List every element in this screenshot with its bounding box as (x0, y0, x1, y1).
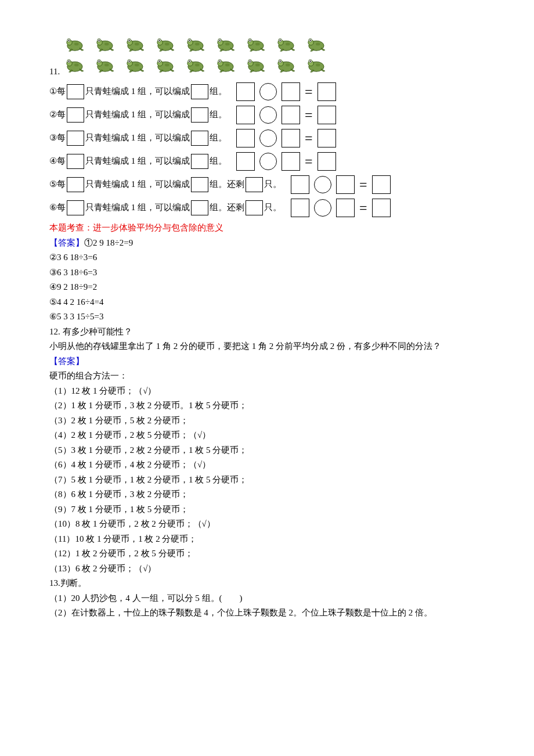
q11-answer-line-first: 【答案】①2 9 18÷2=9 (49, 236, 485, 251)
answer-label: 【答案】 (49, 238, 84, 247)
line-index: ⑤ (49, 177, 57, 192)
frog-icon (214, 56, 236, 73)
equation-circle[interactable] (259, 106, 277, 124)
equation-box[interactable] (291, 199, 309, 217)
equation-box[interactable] (282, 82, 300, 101)
text: 只青蛙编成 1 组，可以编成 (85, 200, 190, 215)
blank-box[interactable] (191, 200, 208, 215)
blank-box[interactable] (67, 107, 84, 123)
text: 每 (57, 177, 66, 192)
frog-icon (214, 35, 236, 52)
equation-box[interactable] (336, 199, 355, 217)
equation-box[interactable] (236, 82, 255, 101)
equation-box[interactable] (317, 106, 336, 124)
equation-box[interactable] (372, 199, 391, 217)
equation-box[interactable] (282, 152, 300, 171)
equation-box[interactable] (317, 129, 336, 147)
equals-sign: = (305, 85, 313, 99)
q11-fill-line: ④ 每 只青蛙编成 1 组，可以编成 组。 = (49, 151, 485, 172)
frog-icon (93, 56, 116, 73)
q12-item: （5）3 枚 1 分硬币，2 枚 2 分硬币，1 枚 5 分硬币； (49, 443, 485, 458)
blank-box[interactable] (191, 154, 208, 169)
blank-box[interactable] (67, 177, 84, 192)
equals-sign: = (305, 108, 313, 122)
q12-lead: 硬币的组合方法一： (49, 369, 485, 384)
q12-item: （4）2 枚 1 分硬币，2 枚 5 分硬币；（√） (49, 428, 485, 443)
equals-sign: = (359, 201, 367, 215)
answer-label: 【答案】 (49, 354, 485, 369)
equation-box[interactable] (317, 152, 336, 171)
blank-box[interactable] (191, 84, 208, 99)
text: 只青蛙编成 1 组，可以编成 (85, 84, 190, 99)
text: 只青蛙编成 1 组，可以编成 (85, 154, 190, 169)
text: 组。 (210, 107, 227, 123)
q12-body: 小明从他的存钱罐里拿出了 1 角 2 分的硬币，要把这 1 角 2 分前平均分成… (49, 339, 485, 354)
blank-box[interactable] (67, 84, 84, 99)
blank-box[interactable] (67, 131, 84, 146)
q12-item: （9）7 枚 1 分硬币，1 枚 5 分硬币； (49, 502, 485, 517)
equation-box[interactable] (372, 175, 391, 194)
line-index: ③ (49, 131, 57, 146)
blank-box[interactable] (191, 131, 208, 146)
equation-circle[interactable] (259, 83, 277, 100)
blank-box[interactable] (191, 107, 208, 123)
frog-grid (63, 35, 327, 77)
equation-box[interactable] (236, 106, 255, 124)
q13-number: 13. (49, 578, 60, 588)
equation-box[interactable] (336, 175, 355, 194)
q13-title-text: 判断。 (60, 578, 86, 588)
blank-box[interactable] (246, 177, 263, 192)
q13-title: 13.判断。 (49, 576, 485, 591)
q11-fill-line: ② 每 只青蛙编成 1 组，可以编成 组。 = (49, 105, 485, 125)
text: 只。 (264, 200, 282, 215)
frog-icon (124, 35, 146, 52)
text: 只青蛙编成 1 组，可以编成 (85, 131, 190, 146)
equation-circle[interactable] (314, 176, 331, 193)
equation-box[interactable] (236, 152, 255, 171)
q12-number: 12. (49, 327, 63, 336)
equation-box[interactable] (236, 129, 255, 147)
equation-box[interactable] (282, 106, 300, 124)
blank-box[interactable] (246, 200, 263, 215)
equation-box[interactable] (291, 175, 309, 194)
line-index: ① (49, 84, 57, 99)
q11-answer-line: ③6 3 18÷6=3 (49, 265, 485, 280)
text: 组。 (210, 131, 227, 146)
q12-title-text: 有多少种可能性？ (63, 327, 132, 336)
frog-icon (124, 56, 146, 73)
line-index: ④ (49, 154, 57, 169)
frog-icon (154, 56, 176, 73)
text: 每 (57, 200, 66, 215)
line-index: ⑥ (49, 200, 57, 215)
q12-item: （7）5 枚 1 分硬币，1 枚 2 分硬币，1 枚 5 分硬币； (49, 473, 485, 488)
frog-icon (244, 35, 266, 52)
equation-box[interactable] (317, 82, 336, 101)
frog-icon (305, 56, 327, 73)
blank-box[interactable] (67, 154, 84, 169)
equation-circle[interactable] (259, 129, 277, 147)
frog-icon (244, 56, 266, 73)
text: 每 (57, 107, 66, 123)
q12-item: （8）6 枚 1 分硬币，3 枚 2 分硬币； (49, 487, 485, 502)
frog-icon (93, 35, 116, 52)
blank-box[interactable] (191, 177, 208, 192)
equation-box[interactable] (282, 129, 300, 147)
frog-icon (63, 35, 85, 52)
frog-icon (305, 35, 327, 52)
equation-circle[interactable] (314, 199, 331, 217)
equals-sign: = (305, 154, 313, 168)
text: 组。还剩 (210, 177, 244, 192)
q12-item: （3）2 枚 1 分硬币，5 枚 2 分硬币； (49, 413, 485, 429)
blank-box[interactable] (67, 200, 84, 215)
q13-item: （2）在计数器上，十位上的珠子颗数是 4，个位上珠子颗数是 2。个位上珠子颗数是… (49, 606, 485, 621)
frog-icon (154, 35, 176, 52)
q11-answer-line: ④9 2 18÷9=2 (49, 280, 485, 295)
q12-item: （12）1 枚 2 分硬币，2 枚 5 分硬币； (49, 546, 485, 561)
equation-circle[interactable] (259, 153, 277, 170)
q11-answer-line: ⑤4 4 2 16÷4=4 (49, 295, 485, 310)
q12-item: （6）4 枚 1 分硬币，4 枚 2 分硬币；（√） (49, 458, 485, 473)
q11-fill-line: ① 每 只青蛙编成 1 组，可以编成 组。 = (49, 81, 485, 102)
text: 只。 (264, 177, 282, 192)
frog-row (63, 56, 327, 73)
q13-item: （1）20 人扔沙包，4 人一组，可以分 5 组。( ) (49, 591, 485, 606)
